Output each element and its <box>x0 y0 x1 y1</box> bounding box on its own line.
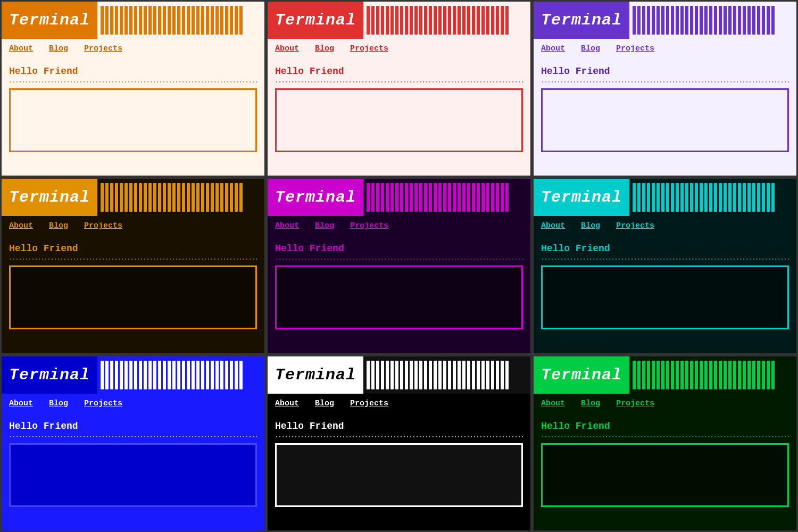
nav-blog[interactable]: Blog <box>315 44 334 53</box>
stripe <box>680 6 684 35</box>
stripe <box>419 183 422 212</box>
nav-about[interactable]: About <box>541 221 565 230</box>
stripe <box>419 6 422 35</box>
dotted-line <box>275 258 523 260</box>
nav-projects[interactable]: Projects <box>350 221 388 230</box>
nav-projects[interactable]: Projects <box>84 44 122 53</box>
stripe <box>652 361 655 389</box>
dotted-line <box>9 81 257 83</box>
dotted-line <box>541 258 789 260</box>
nav-about[interactable]: About <box>275 44 299 53</box>
stripe <box>752 183 755 212</box>
stripe <box>505 6 509 35</box>
stripe <box>771 6 775 35</box>
nav-about[interactable]: About <box>9 399 33 408</box>
nav-blog[interactable]: Blog <box>315 399 334 408</box>
stripe <box>367 361 370 389</box>
theme-card-blue: Terminal About Blog Projects Hello Frien… <box>0 355 266 532</box>
stripe <box>700 6 703 35</box>
stripe <box>642 183 645 212</box>
stripe <box>656 6 660 35</box>
stripe <box>448 6 451 35</box>
stripe <box>230 183 233 212</box>
nav-projects[interactable]: Projects <box>616 44 654 53</box>
nav-blog[interactable]: Blog <box>581 221 600 230</box>
nav-projects[interactable]: Projects <box>616 221 654 230</box>
nav-blog[interactable]: Blog <box>315 221 334 230</box>
stripe <box>115 183 118 212</box>
stripe <box>738 361 741 389</box>
stripe <box>467 6 470 35</box>
stripe <box>743 361 746 389</box>
stripe <box>676 183 679 212</box>
logo-text: Terminal <box>275 11 356 29</box>
nav-projects[interactable]: Projects <box>616 399 654 408</box>
stripe <box>642 6 645 35</box>
nav-about[interactable]: About <box>9 44 33 53</box>
stripes-container <box>629 179 796 216</box>
content-box <box>9 88 257 152</box>
content-box <box>541 265 789 329</box>
stripe <box>115 6 118 35</box>
stripe <box>400 6 403 35</box>
content-area: Hello Friend <box>534 236 796 353</box>
stripe <box>410 361 413 389</box>
dotted-line <box>9 436 257 438</box>
stripe <box>496 6 499 35</box>
stripe <box>139 183 142 212</box>
nav-blog[interactable]: Blog <box>49 44 68 53</box>
nav-blog[interactable]: Blog <box>49 221 68 230</box>
stripe <box>235 361 238 389</box>
nav-about[interactable]: About <box>275 399 299 408</box>
stripe <box>144 183 147 212</box>
nav-about[interactable]: About <box>275 221 299 230</box>
stripe <box>129 361 132 389</box>
stripe <box>690 361 693 389</box>
stripe <box>225 361 228 389</box>
theme-card-dark-orange: Terminal About Blog Projects Hello Frien… <box>0 177 266 354</box>
nav-about[interactable]: About <box>541 399 565 408</box>
stripe <box>139 6 142 35</box>
nav-about[interactable]: About <box>9 221 33 230</box>
nav-projects[interactable]: Projects <box>350 399 388 408</box>
stripe <box>211 6 214 35</box>
nav-bar: About Blog Projects <box>2 216 264 236</box>
stripe <box>134 183 137 212</box>
stripe <box>666 361 669 389</box>
stripe <box>690 6 693 35</box>
stripe <box>120 6 123 35</box>
stripe <box>120 361 123 389</box>
logo-text: Terminal <box>541 366 622 384</box>
stripe <box>747 6 751 35</box>
stripe <box>695 183 698 212</box>
stripe <box>172 361 176 389</box>
logo-text: Terminal <box>9 366 90 384</box>
nav-blog[interactable]: Blog <box>49 399 68 408</box>
stripe <box>196 183 200 212</box>
stripe <box>647 6 650 35</box>
stripe <box>661 183 664 212</box>
stripe <box>666 183 669 212</box>
nav-projects[interactable]: Projects <box>84 221 122 230</box>
stripe <box>395 361 398 389</box>
nav-about[interactable]: About <box>541 44 565 53</box>
stripe <box>505 183 509 212</box>
nav-bar: About Blog Projects <box>2 39 264 59</box>
nav-projects[interactable]: Projects <box>350 44 388 53</box>
stripe <box>501 6 504 35</box>
header-bar: Terminal <box>534 179 796 216</box>
stripe <box>767 183 770 212</box>
nav-bar: About Blog Projects <box>2 394 264 413</box>
stripe <box>105 6 109 35</box>
stripe <box>386 6 389 35</box>
nav-projects[interactable]: Projects <box>84 399 122 408</box>
header-bar: Terminal <box>268 356 530 394</box>
nav-blog[interactable]: Blog <box>581 44 600 53</box>
stripe <box>239 183 243 212</box>
stripe <box>144 361 147 389</box>
stripe <box>481 361 485 389</box>
nav-blog[interactable]: Blog <box>581 399 600 408</box>
logo-text: Terminal <box>541 188 622 206</box>
stripe <box>695 6 698 35</box>
stripe <box>491 6 494 35</box>
